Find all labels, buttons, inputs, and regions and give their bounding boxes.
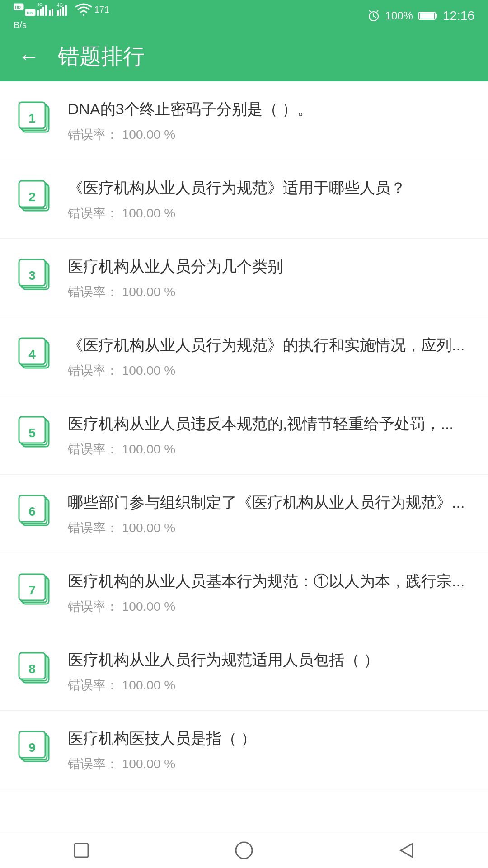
list-item[interactable]: 6 哪些部门参与组织制定了《医疗机构从业人员行为规范》... 错误率： 100.… (0, 475, 488, 553)
error-rate-value: 100.00 % (122, 599, 175, 613)
item-question: 哪些部门参与组织制定了《医疗机构从业人员行为规范》... (68, 491, 470, 514)
list-item[interactable]: 8 医疗机构从业人员行为规范适用人员包括（ ） 错误率： 100.00 % (0, 632, 488, 711)
svg-text:7: 7 (28, 583, 36, 597)
svg-rect-15 (65, 5, 67, 16)
svg-rect-22 (435, 14, 437, 18)
error-rate-value: 100.00 % (122, 757, 175, 771)
svg-rect-12 (57, 10, 59, 16)
item-error-rate: 错误率： 100.00 % (68, 362, 470, 379)
rank-icon-4: 4 (18, 335, 54, 372)
error-rate-label: 错误率： (68, 678, 118, 692)
svg-rect-10 (52, 9, 53, 16)
item-content: 医疗机构从业人员违反本规范的,视情节轻重给予处罚，... 错误率： 100.00… (68, 412, 470, 458)
error-rate-value: 100.00 % (122, 442, 175, 456)
error-rate-label: 错误率： (68, 285, 118, 299)
content-area: 1 DNA的3个终止密码子分别是（ ）。 错误率： 100.00 % 2 《医疗… (0, 81, 488, 832)
rank-icon-1: 1 (18, 99, 54, 136)
svg-rect-5 (40, 9, 42, 16)
item-error-rate: 错误率： 100.00 % (68, 441, 470, 458)
svg-rect-7 (45, 5, 47, 16)
time-text: 12:16 (443, 9, 474, 23)
list-item[interactable]: 2 《医疗机构从业人员行为规范》适用于哪些人员？ 错误率： 100.00 % (0, 160, 488, 239)
svg-line-18 (374, 16, 376, 18)
list-item[interactable]: 7 医疗机构的从业人员基本行为规范：①以人为本，践行宗... 错误率： 100.… (0, 553, 488, 632)
rank-icon-6: 6 (18, 493, 54, 529)
svg-text:3: 3 (28, 269, 36, 283)
list-item[interactable]: 5 医疗机构从业人员违反本规范的,视情节轻重给予处罚，... 错误率： 100.… (0, 396, 488, 475)
rank-icon-2: 2 (18, 178, 54, 214)
nav-circle-button[interactable] (230, 837, 258, 864)
status-right: 100% 12:16 (367, 9, 474, 23)
item-question: DNA的3个终止密码子分别是（ ）。 (68, 98, 470, 121)
svg-text:2: 2 (28, 190, 36, 204)
item-error-rate: 错误率： 100.00 % (68, 598, 470, 615)
item-error-rate: 错误率： 100.00 % (68, 283, 470, 301)
nav-back-button[interactable] (393, 837, 420, 864)
status-left: HD HD 4G 4G (14, 1, 109, 30)
svg-point-61 (236, 842, 252, 859)
list-item[interactable]: 4 《医疗机构从业人员行为规范》的执行和实施情况，应列... 错误率： 100.… (0, 317, 488, 396)
svg-text:9: 9 (28, 741, 36, 755)
svg-text:4G: 4G (57, 3, 63, 8)
error-rate-value: 100.00 % (122, 363, 175, 377)
item-content: 医疗机构医技人员是指（ ） 错误率： 100.00 % (68, 727, 470, 773)
item-content: 哪些部门参与组织制定了《医疗机构从业人员行为规范》... 错误率： 100.00… (68, 491, 470, 537)
item-error-rate: 错误率： 100.00 % (68, 205, 470, 222)
error-rate-value: 100.00 % (122, 678, 175, 692)
rank-icon-7: 7 (18, 571, 54, 608)
item-error-rate: 错误率： 100.00 % (68, 677, 470, 694)
svg-rect-4 (37, 10, 39, 16)
item-content: DNA的3个终止密码子分别是（ ）。 错误率： 100.00 % (68, 98, 470, 143)
list-item[interactable]: 9 医疗机构医技人员是指（ ） 错误率： 100.00 % (0, 711, 488, 789)
error-rate-label: 错误率： (68, 442, 118, 456)
svg-text:8: 8 (28, 662, 36, 676)
rank-icon-5: 5 (18, 414, 54, 450)
svg-marker-62 (401, 844, 413, 857)
item-error-rate: 错误率： 100.00 % (68, 755, 470, 773)
svg-rect-60 (75, 844, 88, 857)
svg-text:6: 6 (28, 505, 36, 519)
item-content: 医疗机构的从业人员基本行为规范：①以人为本，践行宗... 错误率： 100.00… (68, 570, 470, 615)
rank-icon-9: 9 (18, 729, 54, 765)
svg-text:5: 5 (28, 426, 36, 440)
svg-text:4G: 4G (37, 2, 42, 7)
item-question: 《医疗机构从业人员行为规范》的执行和实施情况，应列... (68, 334, 470, 357)
svg-line-19 (369, 10, 371, 12)
svg-rect-14 (62, 7, 64, 16)
error-rate-label: 错误率： (68, 206, 118, 220)
item-question: 医疗机构从业人员分为几个类别 (68, 255, 470, 278)
list-item[interactable]: 3 医疗机构从业人员分为几个类别 错误率： 100.00 % (0, 239, 488, 317)
error-rate-value: 100.00 % (122, 127, 175, 142)
item-question: 医疗机构从业人员行为规范适用人员包括（ ） (68, 648, 470, 671)
error-rate-label: 错误率： (68, 757, 118, 771)
item-question: 医疗机构的从业人员基本行为规范：①以人为本，践行宗... (68, 570, 470, 593)
svg-text:1: 1 (28, 111, 36, 125)
svg-rect-9 (49, 10, 51, 16)
bottom-nav (0, 832, 488, 868)
rank-icon-8: 8 (18, 650, 54, 686)
list-item[interactable]: 1 DNA的3个终止密码子分别是（ ）。 错误率： 100.00 % (0, 81, 488, 160)
svg-text:4: 4 (28, 347, 36, 361)
error-rate-label: 错误率： (68, 521, 118, 535)
item-question: 医疗机构从业人员违反本规范的,视情节轻重给予处罚，... (68, 412, 470, 435)
item-question: 《医疗机构从业人员行为规范》适用于哪些人员？ (68, 176, 470, 199)
back-button[interactable]: ← (18, 46, 40, 67)
item-content: 《医疗机构从业人员行为规范》的执行和实施情况，应列... 错误率： 100.00… (68, 334, 470, 379)
error-rate-value: 100.00 % (122, 285, 175, 299)
error-rate-label: 错误率： (68, 363, 118, 377)
item-content: 《医疗机构从业人员行为规范》适用于哪些人员？ 错误率： 100.00 % (68, 176, 470, 222)
error-rate-value: 100.00 % (122, 521, 175, 535)
item-question: 医疗机构医技人员是指（ ） (68, 727, 470, 750)
status-bar: HD HD 4G 4G (0, 0, 488, 32)
item-error-rate: 错误率： 100.00 % (68, 126, 470, 143)
battery-text: 100% (385, 9, 413, 22)
svg-text:HD: HD (15, 5, 21, 9)
item-content: 医疗机构从业人员分为几个类别 错误率： 100.00 % (68, 255, 470, 301)
nav-square-button[interactable] (68, 837, 95, 864)
error-rate-label: 错误率： (68, 127, 118, 142)
rank-icon-3: 3 (18, 257, 54, 293)
error-rate-label: 错误率： (68, 599, 118, 613)
page-title: 错题排行 (58, 42, 145, 71)
item-error-rate: 错误率： 100.00 % (68, 519, 470, 537)
app-header: ← 错题排行 (0, 32, 488, 81)
